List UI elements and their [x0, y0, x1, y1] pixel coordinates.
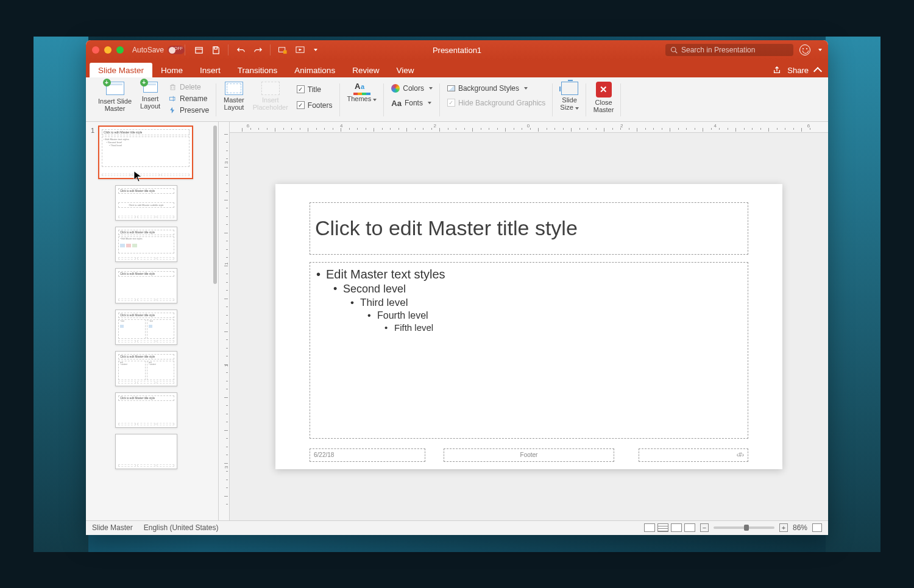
cursor-icon [133, 171, 143, 183]
close-icon: ✕ [596, 82, 612, 97]
slide-size-button[interactable]: Slide Size [558, 80, 581, 112]
colors-icon [391, 84, 400, 93]
title-checkbox[interactable]: ✓Title [294, 84, 335, 95]
horizontal-ruler: 6420246 [230, 122, 828, 133]
colors-button[interactable]: Colors [389, 83, 435, 94]
new-slide-icon[interactable] [278, 45, 288, 55]
insert-placeholder-button: Insert Placeholder [250, 80, 291, 112]
window-controls [92, 46, 124, 54]
slide-master-thumbnail[interactable]: 1 Click to edit Master title style • Edi… [88, 126, 213, 179]
play-icon[interactable] [295, 45, 305, 55]
layout-thumbnail[interactable]: Click to edit Master title style• Edit M… [88, 227, 213, 262]
autosave-label: AutoSave [132, 46, 164, 54]
workarea: 1 Click to edit Master title style • Edi… [86, 122, 828, 520]
preserve-icon [169, 107, 177, 114]
normal-view-button[interactable] [644, 523, 655, 532]
minimize-window-button[interactable] [104, 46, 112, 54]
view-buttons [644, 523, 695, 532]
close-window-button[interactable] [92, 46, 99, 54]
close-master-button[interactable]: ✕ Close Master [591, 80, 617, 115]
svg-rect-2 [214, 46, 217, 49]
footers-checkbox[interactable]: ✓Footers [294, 100, 335, 111]
fonts-icon: Aa [391, 99, 402, 108]
ribbon-tabs: Slide Master Home Insert Transitions Ani… [86, 60, 828, 77]
view-status: Slide Master [92, 523, 133, 532]
tab-view[interactable]: View [388, 63, 422, 77]
svg-rect-4 [283, 50, 287, 54]
layout-thumbnail[interactable]: Click to edit Master title style [88, 392, 213, 428]
layout-thumbnail[interactable]: Click to edit Master title styletext• co… [88, 351, 213, 386]
vertical-ruler: 3113 [219, 122, 230, 520]
rename-icon [169, 95, 177, 102]
svg-rect-11 [169, 97, 175, 100]
svg-line-7 [675, 51, 677, 53]
search-icon [670, 46, 678, 54]
rename-button[interactable]: Rename [166, 93, 211, 104]
titlebar: AutoSave OFF Presentation1 Search in Pre [86, 40, 828, 60]
screenshot-frame: AutoSave OFF Presentation1 Search in Pre [34, 37, 880, 552]
slide-canvas[interactable]: Click to edit Master title style Edit Ma… [230, 133, 828, 520]
fonts-button[interactable]: AaFonts [389, 97, 435, 109]
share-button[interactable]: Share [787, 66, 809, 75]
autosave-toggle[interactable]: AutoSave OFF [132, 46, 185, 54]
layout-thumbnail[interactable] [88, 434, 213, 469]
slide-size-icon [561, 82, 578, 95]
slideshow-button[interactable] [684, 523, 695, 532]
redo-icon[interactable] [253, 45, 263, 55]
layout-thumbnail[interactable]: Click to edit Master title style• text• … [88, 310, 213, 345]
search-input[interactable]: Search in Presentation [665, 44, 793, 56]
themes-button[interactable]: Aa Themes [345, 80, 380, 104]
undo-icon[interactable] [236, 45, 246, 55]
tab-transitions[interactable]: Transitions [229, 63, 286, 77]
delete-button: Delete [166, 82, 211, 93]
collapse-ribbon-icon[interactable] [813, 67, 822, 76]
feedback-icon[interactable] [799, 44, 810, 55]
app-window: AutoSave OFF Presentation1 Search in Pre [86, 40, 828, 535]
zoom-level[interactable]: 86% [793, 523, 807, 532]
tab-animations[interactable]: Animations [286, 63, 344, 77]
layout-thumbnail[interactable]: Click to edit Master title styleClick to… [88, 185, 213, 221]
slide-editor: 3113 6420246 Click to edit Master title … [219, 122, 828, 520]
svg-point-6 [671, 48, 676, 52]
save-icon[interactable] [211, 45, 221, 55]
language-status[interactable]: English (United States) [144, 523, 219, 532]
delete-icon [169, 83, 177, 91]
qat-more-icon[interactable] [314, 49, 317, 51]
thumbnail-panel[interactable]: 1 Click to edit Master title style • Edi… [86, 122, 219, 520]
tab-review[interactable]: Review [344, 63, 388, 77]
title-placeholder[interactable]: Click to edit Master title style [310, 202, 748, 255]
master-layout-button[interactable]: Master Layout [221, 80, 247, 112]
maximize-window-button[interactable] [116, 46, 124, 54]
zoom-in-button[interactable]: + [779, 523, 788, 532]
layout-thumbnail[interactable]: Click to edit Master title style [88, 268, 213, 303]
preserve-button[interactable]: Preserve [166, 105, 211, 116]
scrollbar-thumb[interactable] [213, 126, 217, 284]
toggle-icon: OFF [168, 46, 185, 54]
insert-layout-button[interactable]: + Insert Layout [138, 80, 163, 111]
statusbar: Slide Master English (United States) − +… [86, 520, 828, 535]
tab-home[interactable]: Home [152, 63, 191, 77]
footer-placeholder[interactable]: Footer [444, 448, 614, 462]
svg-rect-0 [195, 47, 202, 52]
tab-slide-master[interactable]: Slide Master [90, 63, 152, 77]
share-icon [773, 66, 781, 74]
body-placeholder[interactable]: Edit Master text styles Second level Thi… [310, 262, 748, 439]
quick-access-toolbar [194, 44, 317, 55]
account-dropdown-icon[interactable] [818, 49, 822, 51]
home-icon[interactable] [194, 45, 204, 55]
zoom-slider[interactable] [714, 526, 774, 529]
background-styles-button[interactable]: Background Styles [445, 83, 548, 94]
sorter-view-button[interactable] [657, 523, 668, 532]
slide[interactable]: Click to edit Master title style Edit Ma… [275, 184, 782, 469]
zoom-out-button[interactable]: − [700, 523, 709, 532]
date-placeholder[interactable]: 6/22/18 [310, 448, 425, 462]
reading-view-button[interactable] [671, 523, 682, 532]
background-icon [447, 85, 455, 91]
svg-rect-8 [171, 85, 175, 90]
ribbon: + Insert Slide Master + Insert Layout De… [86, 77, 828, 122]
hide-background-checkbox: ✓Hide Background Graphics [445, 97, 548, 108]
fit-to-window-button[interactable] [812, 523, 822, 532]
tab-insert[interactable]: Insert [191, 63, 229, 77]
slide-number-placeholder[interactable]: ‹#› [639, 448, 748, 462]
insert-slide-master-button[interactable]: + Insert Slide Master [96, 80, 134, 113]
